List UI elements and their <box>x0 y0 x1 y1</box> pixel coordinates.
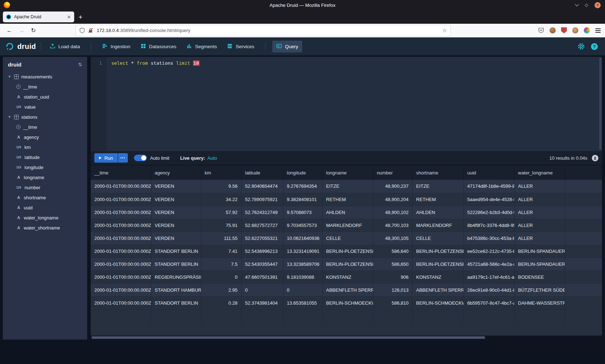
cell-longitude[interactable]: 9.181039088 <box>283 270 322 283</box>
cell-__time[interactable]: 2000-01-01T00:00:00.000Z <box>91 219 151 232</box>
cell-shortname[interactable]: ABBENFLETH SPERRWER <box>412 283 463 296</box>
cell-latitude[interactable]: 52.3743981404 <box>241 296 283 309</box>
cell-water_longname[interactable]: ALLER <box>514 180 565 193</box>
cell-latitude[interactable]: 52.5436996213 <box>241 245 283 258</box>
cell-shortname[interactable]: KONSTANZ <box>412 270 463 283</box>
close-window-icon[interactable]: × <box>595 2 601 8</box>
pocket-icon[interactable] <box>538 27 544 33</box>
tree-table-measurements[interactable]: ▼measurements <box>3 72 87 82</box>
forward-button[interactable]: → <box>19 28 24 33</box>
tree-column-water_longname[interactable]: Awater_longname <box>3 213 87 223</box>
cell-uuid[interactable]: 45721a68-566c-4e2a-a6 <box>463 258 514 270</box>
cell-shortname[interactable]: CELLE <box>412 232 463 245</box>
cell-number[interactable]: 48,900,102 <box>373 206 412 219</box>
cell-longname[interactable]: BERLIN-PLOETZENSEE O <box>322 245 373 258</box>
cell-agency[interactable]: STANDORT HAMBURG <box>151 283 201 296</box>
tree-column-km[interactable]: 123km <box>3 142 87 152</box>
cell-__time[interactable]: 2000-01-01T00:00:00.000Z <box>91 270 151 283</box>
cell-uuid[interactable]: 522286e2-b2b3-4d0d-9a <box>463 206 514 219</box>
cell-shortname[interactable]: EITZE <box>412 180 463 193</box>
cell-agency[interactable]: VERDEN <box>151 232 201 245</box>
col-header-longitude[interactable]: longitude <box>283 165 322 180</box>
cell-longitude[interactable]: 13.3238589706 <box>283 258 322 270</box>
cell-shortname[interactable]: RETHEM <box>412 193 463 206</box>
cell-number[interactable]: 586,640 <box>373 245 412 258</box>
col-header-km[interactable]: km <box>201 165 241 180</box>
cell-shortname[interactable]: AHLDEN <box>412 206 463 219</box>
bookmark-star-icon[interactable]: ☆ <box>442 27 447 34</box>
cell-agency[interactable]: VERDEN <box>151 193 201 206</box>
cell-longitude[interactable]: 10.0621640936 <box>283 232 322 245</box>
horizontal-scrollbar[interactable] <box>91 336 602 340</box>
cell-uuid[interactable]: 5aaed954-de4e-4528-8f <box>463 193 514 206</box>
cell-longname[interactable]: AHLDEN <box>322 206 373 219</box>
settings-gear-icon[interactable] <box>578 43 585 50</box>
cell-uuid[interactable]: 28ec91e8-90c0-44d1-8f0 <box>463 283 514 296</box>
cell-longname[interactable]: BERLIN-SCHMOECKWITZ <box>322 296 373 309</box>
col-header-__time[interactable]: __time <box>91 165 151 180</box>
cell-longitude[interactable]: 9.57088073 <box>283 206 322 219</box>
tracking-shield-icon[interactable] <box>80 28 85 33</box>
download-icon[interactable] <box>592 155 599 161</box>
cell-longitude[interactable]: 9.2767694354 <box>283 180 322 193</box>
cell-__time[interactable]: 2000-01-01T00:00:00.000Z <box>91 296 151 309</box>
cell-__time[interactable]: 2000-01-01T00:00:00.000Z <box>91 193 151 206</box>
cell-uuid[interactable]: ee52ce62-212c-4735-b4 <box>463 245 514 258</box>
query-text[interactable]: select*fromstationslimit10 <box>107 57 602 151</box>
cell-km[interactable]: 0.28 <box>201 296 241 309</box>
nav-item-query[interactable]: Query <box>272 41 302 53</box>
cell-longitude[interactable]: 0 <box>283 283 322 296</box>
cell-km[interactable]: 75.91 <box>201 219 241 232</box>
cell-km[interactable]: 7.41 <box>201 245 241 258</box>
nav-item-datasources[interactable]: Datasources <box>136 41 180 53</box>
cell-__time[interactable]: 2000-01-01T00:00:00.000Z <box>91 180 151 193</box>
tree-column-longitude[interactable]: 123longitude <box>3 162 87 172</box>
col-header-uuid[interactable]: uuid <box>463 165 514 180</box>
cell-agency[interactable]: STANDORT BERLIN <box>151 296 201 309</box>
cell-agency[interactable]: STANDORT BERLIN <box>151 245 201 258</box>
cell-longitude[interactable]: 9.7034557573 <box>283 219 322 232</box>
cell-number[interactable]: 586,810 <box>373 296 412 309</box>
tree-column-station_uuid[interactable]: Astation_uuid <box>3 92 87 102</box>
cell-longname[interactable]: RETHEM <box>322 193 373 206</box>
cell-uuid[interactable]: aa9179c1-17ef-4c61-a48 <box>463 270 514 283</box>
cell-longname[interactable]: EITZE <box>322 180 373 193</box>
cell-water_longname[interactable]: ALLER <box>514 206 565 219</box>
cell-__time[interactable]: 2000-01-01T00:00:00.000Z <box>91 245 151 258</box>
url-bar[interactable]: 172.18.0.4:30899/unified-console.html#qu… <box>76 25 451 36</box>
query-editor[interactable]: 1 select*fromstationslimit10 <box>91 57 602 151</box>
cell-km[interactable]: 2.95 <box>201 283 241 296</box>
col-header-shortname[interactable]: shortname <box>412 165 463 180</box>
auto-limit-toggle[interactable] <box>134 155 147 161</box>
cell-km[interactable]: 9.56 <box>201 180 241 193</box>
cell-number[interactable]: 586,650 <box>373 258 412 270</box>
horizontal-scrollbar-thumb[interactable] <box>91 336 485 339</box>
tree-column-__time[interactable]: __time <box>3 82 87 92</box>
col-header-longname[interactable]: longname <box>322 165 373 180</box>
cell-longname[interactable]: MARKLENDORF <box>322 219 373 232</box>
double-caret-icon[interactable]: ⇅ <box>78 62 82 67</box>
cell-latitude[interactable]: 52.6827572727 <box>241 219 283 232</box>
cell-water_longname[interactable]: BERLIN-SPANDAUER-S <box>514 245 565 258</box>
cell-longname[interactable]: CELLE <box>322 232 373 245</box>
tab-close-icon[interactable]: ✕ <box>67 15 71 19</box>
cell-water_longname[interactable]: BERLIN-SPANDAUER-S <box>514 258 565 270</box>
cell-latitude[interactable]: 52.7890975921 <box>241 193 283 206</box>
tree-column-number[interactable]: 123number <box>3 182 87 192</box>
editor-scrollbar[interactable] <box>599 58 601 150</box>
tree-column-longname[interactable]: Alongname <box>3 172 87 182</box>
tree-column-agency[interactable]: Aagency <box>3 132 87 142</box>
cell-__time[interactable]: 2000-01-01T00:00:00.000Z <box>91 283 151 296</box>
tree-column-water_shortname[interactable]: Awater_shortname <box>3 223 87 233</box>
new-tab-button[interactable]: + <box>79 14 82 21</box>
run-more-button[interactable]: ••• <box>118 153 128 163</box>
col-header-water_longname[interactable]: water_longname <box>514 165 565 180</box>
insecure-lock-icon[interactable] <box>88 28 93 33</box>
maximize-icon[interactable]: ◇ <box>585 3 588 7</box>
cell-number[interactable]: 906 <box>373 270 412 283</box>
cell-number[interactable]: 48,300,105 <box>373 232 412 245</box>
cell-water_longname[interactable]: DAHME-WASSERSTRAS <box>514 296 565 309</box>
tree-column-uuid[interactable]: Auuid <box>3 203 87 213</box>
cell-water_longname[interactable]: ALLER <box>514 232 565 245</box>
extension-pinwheel-icon[interactable] <box>584 27 590 33</box>
